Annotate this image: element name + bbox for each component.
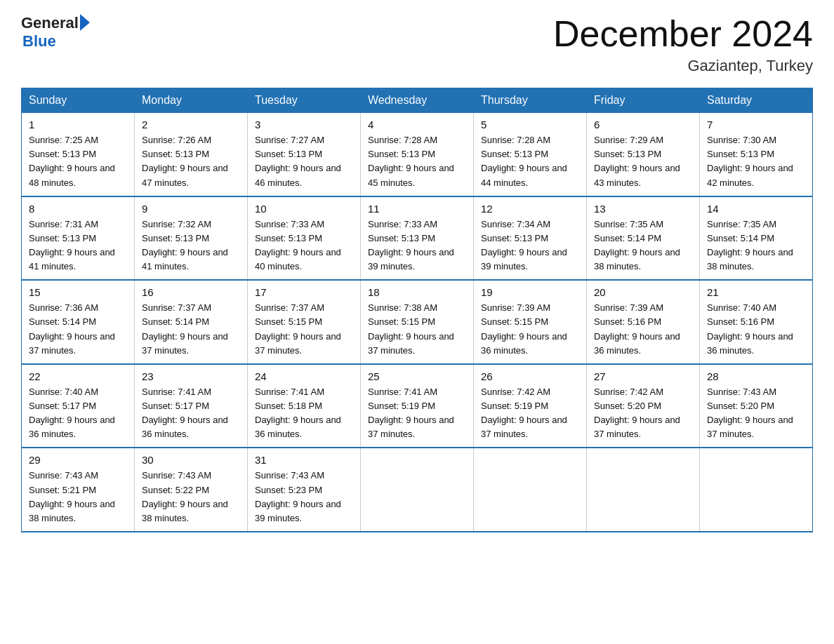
day-number: 13 — [594, 203, 692, 215]
calendar-cell: 29Sunrise: 7:43 AMSunset: 5:21 PMDayligh… — [22, 448, 135, 532]
day-info: Sunrise: 7:31 AMSunset: 5:13 PMDaylight:… — [29, 217, 127, 274]
day-info: Sunrise: 7:36 AMSunset: 5:14 PMDaylight:… — [29, 301, 127, 358]
logo-blue-text: Blue — [22, 32, 56, 51]
day-info: Sunrise: 7:28 AMSunset: 5:13 PMDaylight:… — [368, 133, 466, 190]
logo-arrow-icon — [80, 14, 90, 31]
calendar-cell — [474, 448, 587, 532]
day-number: 11 — [368, 203, 466, 215]
day-number: 23 — [142, 370, 240, 382]
day-info: Sunrise: 7:43 AMSunset: 5:22 PMDaylight:… — [142, 469, 240, 525]
day-number: 14 — [707, 203, 805, 215]
day-info: Sunrise: 7:38 AMSunset: 5:15 PMDaylight:… — [368, 301, 466, 358]
day-info: Sunrise: 7:33 AMSunset: 5:13 PMDaylight:… — [255, 217, 353, 274]
calendar-cell: 2Sunrise: 7:26 AMSunset: 5:13 PMDaylight… — [135, 113, 248, 196]
day-number: 20 — [594, 286, 692, 298]
day-info: Sunrise: 7:37 AMSunset: 5:15 PMDaylight:… — [255, 301, 353, 358]
calendar-table: SundayMondayTuesdayWednesdayThursdayFrid… — [21, 88, 813, 532]
day-info: Sunrise: 7:40 AMSunset: 5:16 PMDaylight:… — [707, 301, 805, 358]
day-number: 31 — [255, 454, 353, 466]
calendar-week-row: 22Sunrise: 7:40 AMSunset: 5:17 PMDayligh… — [22, 364, 813, 448]
calendar-cell — [361, 448, 474, 532]
page-header: General Blue December 2024 Gaziantep, Tu… — [21, 14, 813, 75]
day-number: 4 — [368, 119, 466, 130]
header-wednesday: Wednesday — [361, 88, 474, 113]
calendar-cell: 17Sunrise: 7:37 AMSunset: 5:15 PMDayligh… — [248, 280, 361, 364]
day-info: Sunrise: 7:40 AMSunset: 5:17 PMDaylight:… — [29, 385, 127, 442]
calendar-cell: 8Sunrise: 7:31 AMSunset: 5:13 PMDaylight… — [22, 196, 135, 281]
day-info: Sunrise: 7:27 AMSunset: 5:13 PMDaylight:… — [255, 133, 353, 190]
calendar-cell: 11Sunrise: 7:33 AMSunset: 5:13 PMDayligh… — [361, 196, 474, 281]
day-number: 3 — [255, 119, 353, 130]
day-number: 22 — [29, 370, 127, 382]
calendar-week-row: 15Sunrise: 7:36 AMSunset: 5:14 PMDayligh… — [22, 280, 813, 364]
day-number: 18 — [368, 286, 466, 298]
day-number: 15 — [29, 286, 127, 298]
day-info: Sunrise: 7:43 AMSunset: 5:20 PMDaylight:… — [707, 385, 805, 442]
calendar-cell: 5Sunrise: 7:28 AMSunset: 5:13 PMDaylight… — [474, 113, 587, 196]
header-tuesday: Tuesday — [248, 88, 361, 113]
title-block: December 2024 Gaziantep, Turkey — [553, 14, 813, 75]
header-friday: Friday — [587, 88, 700, 113]
calendar-cell: 6Sunrise: 7:29 AMSunset: 5:13 PMDaylight… — [587, 113, 700, 196]
day-number: 28 — [707, 370, 805, 382]
day-number: 5 — [481, 119, 579, 130]
calendar-cell: 31Sunrise: 7:43 AMSunset: 5:23 PMDayligh… — [248, 448, 361, 532]
calendar-cell: 25Sunrise: 7:41 AMSunset: 5:19 PMDayligh… — [361, 364, 474, 448]
calendar-cell: 24Sunrise: 7:41 AMSunset: 5:18 PMDayligh… — [248, 364, 361, 448]
day-info: Sunrise: 7:25 AMSunset: 5:13 PMDaylight:… — [29, 133, 127, 190]
day-number: 27 — [594, 370, 692, 382]
calendar-cell: 21Sunrise: 7:40 AMSunset: 5:16 PMDayligh… — [700, 280, 813, 364]
day-number: 16 — [142, 286, 240, 298]
day-number: 6 — [594, 119, 692, 130]
calendar-cell: 16Sunrise: 7:37 AMSunset: 5:14 PMDayligh… — [135, 280, 248, 364]
day-number: 8 — [29, 203, 127, 215]
day-info: Sunrise: 7:42 AMSunset: 5:20 PMDaylight:… — [594, 385, 692, 442]
day-info: Sunrise: 7:35 AMSunset: 5:14 PMDaylight:… — [707, 217, 805, 274]
calendar-cell — [587, 448, 700, 532]
day-info: Sunrise: 7:42 AMSunset: 5:19 PMDaylight:… — [481, 385, 579, 442]
calendar-week-row: 29Sunrise: 7:43 AMSunset: 5:21 PMDayligh… — [22, 448, 813, 532]
day-info: Sunrise: 7:41 AMSunset: 5:19 PMDaylight:… — [368, 385, 466, 442]
day-number: 25 — [368, 370, 466, 382]
day-number: 29 — [29, 454, 127, 466]
day-number: 1 — [29, 119, 127, 130]
day-info: Sunrise: 7:29 AMSunset: 5:13 PMDaylight:… — [594, 133, 692, 190]
calendar-cell: 3Sunrise: 7:27 AMSunset: 5:13 PMDaylight… — [248, 113, 361, 196]
day-info: Sunrise: 7:37 AMSunset: 5:14 PMDaylight:… — [142, 301, 240, 358]
day-info: Sunrise: 7:39 AMSunset: 5:15 PMDaylight:… — [481, 301, 579, 358]
day-number: 17 — [255, 286, 353, 298]
calendar-cell: 20Sunrise: 7:39 AMSunset: 5:16 PMDayligh… — [587, 280, 700, 364]
day-number: 2 — [142, 119, 240, 130]
day-number: 12 — [481, 203, 579, 215]
calendar-cell: 4Sunrise: 7:28 AMSunset: 5:13 PMDaylight… — [361, 113, 474, 196]
day-info: Sunrise: 7:30 AMSunset: 5:13 PMDaylight:… — [707, 133, 805, 190]
calendar-cell: 23Sunrise: 7:41 AMSunset: 5:17 PMDayligh… — [135, 364, 248, 448]
calendar-cell — [700, 448, 813, 532]
day-info: Sunrise: 7:35 AMSunset: 5:14 PMDaylight:… — [594, 217, 692, 274]
day-info: Sunrise: 7:39 AMSunset: 5:16 PMDaylight:… — [594, 301, 692, 358]
day-info: Sunrise: 7:41 AMSunset: 5:18 PMDaylight:… — [255, 385, 353, 442]
calendar-cell: 14Sunrise: 7:35 AMSunset: 5:14 PMDayligh… — [700, 196, 813, 281]
calendar-cell: 10Sunrise: 7:33 AMSunset: 5:13 PMDayligh… — [248, 196, 361, 281]
day-info: Sunrise: 7:34 AMSunset: 5:13 PMDaylight:… — [481, 217, 579, 274]
calendar-cell: 30Sunrise: 7:43 AMSunset: 5:22 PMDayligh… — [135, 448, 248, 532]
calendar-cell: 12Sunrise: 7:34 AMSunset: 5:13 PMDayligh… — [474, 196, 587, 281]
calendar-cell: 13Sunrise: 7:35 AMSunset: 5:14 PMDayligh… — [587, 196, 700, 281]
calendar-week-row: 8Sunrise: 7:31 AMSunset: 5:13 PMDaylight… — [22, 196, 813, 281]
day-info: Sunrise: 7:41 AMSunset: 5:17 PMDaylight:… — [142, 385, 240, 442]
header-saturday: Saturday — [700, 88, 813, 113]
calendar-cell: 19Sunrise: 7:39 AMSunset: 5:15 PMDayligh… — [474, 280, 587, 364]
day-number: 9 — [142, 203, 240, 215]
calendar-header-row: SundayMondayTuesdayWednesdayThursdayFrid… — [22, 88, 813, 113]
calendar-cell: 26Sunrise: 7:42 AMSunset: 5:19 PMDayligh… — [474, 364, 587, 448]
day-info: Sunrise: 7:32 AMSunset: 5:13 PMDaylight:… — [142, 217, 240, 274]
calendar-cell: 22Sunrise: 7:40 AMSunset: 5:17 PMDayligh… — [22, 364, 135, 448]
calendar-cell: 9Sunrise: 7:32 AMSunset: 5:13 PMDaylight… — [135, 196, 248, 281]
calendar-cell: 1Sunrise: 7:25 AMSunset: 5:13 PMDaylight… — [22, 113, 135, 196]
calendar-week-row: 1Sunrise: 7:25 AMSunset: 5:13 PMDaylight… — [22, 113, 813, 196]
day-number: 30 — [142, 454, 240, 466]
calendar-cell: 7Sunrise: 7:30 AMSunset: 5:13 PMDaylight… — [700, 113, 813, 196]
day-info: Sunrise: 7:43 AMSunset: 5:21 PMDaylight:… — [29, 469, 127, 525]
calendar-cell: 18Sunrise: 7:38 AMSunset: 5:15 PMDayligh… — [361, 280, 474, 364]
day-info: Sunrise: 7:33 AMSunset: 5:13 PMDaylight:… — [368, 217, 466, 274]
